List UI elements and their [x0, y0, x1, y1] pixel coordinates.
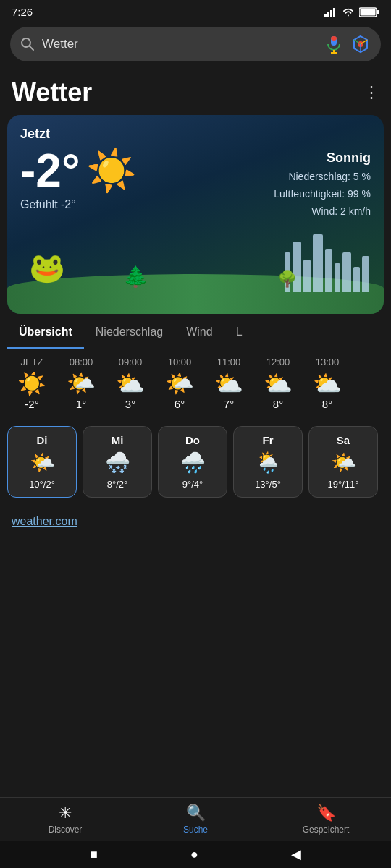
- tabs-container: Übersicht Niederschlag Wind L: [0, 315, 391, 349]
- humidity-detail: Luftfeuchtigkeit: 99 %: [274, 186, 371, 203]
- tab-overview[interactable]: Übersicht: [7, 315, 84, 349]
- hourly-time-label: 08:00: [56, 357, 106, 372]
- temperature: -2°: [20, 148, 80, 194]
- microphone-icon[interactable]: [324, 35, 343, 54]
- daily-day-label: Fr: [263, 434, 274, 446]
- svg-line-8: [30, 46, 33, 50]
- hourly-item[interactable]: 🌤️ 6°: [155, 372, 204, 410]
- hourly-weather-icon: 🌤️: [165, 372, 194, 395]
- nav-label: Discover: [49, 825, 83, 835]
- hourly-icons-row: ☀️ -2° 🌤️ 1° ⛅ 3° 🌤️ 6° ⛅ 7° ⛅ 8° ⛅ 8°: [0, 372, 391, 410]
- hourly-item[interactable]: 🌤️ 1°: [56, 372, 106, 410]
- android-back-button[interactable]: ◀: [291, 846, 301, 862]
- source-link-container: weather.com: [0, 505, 391, 532]
- daily-forecast-card[interactable]: Mi 🌨️ 8°/2°: [83, 426, 152, 498]
- svg-rect-6: [361, 9, 376, 15]
- hourly-weather-icon: ☀️: [17, 372, 46, 395]
- daily-weather-icon: 🌤️: [30, 451, 55, 475]
- status-icons: [324, 7, 379, 17]
- hourly-weather-icon: ⛅: [264, 372, 293, 395]
- hourly-weather-icon: 🌤️: [67, 372, 96, 395]
- svg-rect-0: [324, 14, 327, 17]
- nav-item-gespeichert[interactable]: 🔖 Gespeichert: [300, 804, 351, 835]
- tree-icon: 🌲: [123, 265, 148, 289]
- temp-section: -2° ☀️ Gefühlt -2°: [20, 148, 137, 211]
- svg-rect-10: [331, 36, 337, 41]
- daily-forecast-card[interactable]: Sa 🌤️ 19°/11°: [308, 426, 378, 498]
- precipitation-detail: Niederschlag: 5 %: [274, 169, 371, 186]
- hourly-temp: 7°: [224, 398, 234, 410]
- hourly-item[interactable]: ⛅ 3°: [106, 372, 155, 410]
- feels-like: Gefühlt -2°: [20, 198, 137, 211]
- frog-icon: 🐸: [29, 251, 65, 285]
- hourly-item[interactable]: ⛅ 8°: [253, 372, 303, 410]
- nav-icon: 🔖: [316, 804, 336, 822]
- hourly-temp: -2°: [25, 398, 38, 410]
- daily-temps: 8°/2°: [107, 479, 127, 490]
- condition-label: Sonnig: [274, 150, 371, 166]
- hourly-time-label: 10:00: [155, 357, 204, 372]
- hourly-temp: 8°: [322, 398, 332, 410]
- svg-rect-5: [377, 10, 379, 14]
- hourly-temp: 3°: [125, 398, 135, 410]
- hourly-weather-icon: ⛅: [313, 372, 342, 395]
- header-row: Wetter ⋮: [0, 69, 391, 111]
- tab-wind[interactable]: Wind: [175, 315, 224, 349]
- svg-rect-3: [333, 8, 335, 17]
- hourly-weather-icon: ⛅: [116, 372, 145, 395]
- tabs-row: Übersicht Niederschlag Wind L: [0, 315, 391, 349]
- hourly-temp: 6°: [175, 398, 185, 410]
- now-label: Jetzt: [20, 127, 371, 142]
- nav-item-suche[interactable]: 🔍 Suche: [170, 804, 221, 835]
- hourly-section: JETZ08:0009:0010:0011:0012:0013:00 ☀️ -2…: [0, 349, 391, 417]
- svg-rect-1: [327, 12, 329, 17]
- hourly-item[interactable]: ☀️ -2°: [7, 372, 56, 410]
- signal-icon: [324, 7, 337, 17]
- source-link[interactable]: weather.com: [12, 515, 77, 527]
- daily-weather-icon: 🌤️: [331, 451, 356, 475]
- battery-icon: [359, 7, 379, 17]
- more-button[interactable]: ⋮: [363, 83, 379, 102]
- hourly-time-label: JETZ: [7, 357, 56, 372]
- hourly-item[interactable]: ⛅ 8°: [303, 372, 352, 410]
- lens-icon[interactable]: [350, 34, 371, 54]
- search-bar[interactable]: Wetter: [10, 27, 381, 61]
- android-home-button[interactable]: ●: [190, 847, 198, 862]
- daily-section: Di 🌤️ 10°/2° Mi 🌨️ 8°/2° Do 🌧️ 9°/4° Fr …: [0, 417, 391, 505]
- daily-weather-icon: 🌧️: [180, 451, 206, 475]
- nav-icon: ✳: [59, 804, 72, 822]
- bottom-nav: ✳ Discover 🔍 Suche 🔖 Gespeichert: [0, 797, 391, 839]
- condition-icon: ☀️: [86, 150, 137, 191]
- daily-forecast-card[interactable]: Fr 🌦️ 13°/5°: [233, 426, 303, 498]
- daily-row: Di 🌤️ 10°/2° Mi 🌨️ 8°/2° Do 🌧️ 9°/4° Fr …: [7, 426, 384, 498]
- daily-forecast-card[interactable]: Do 🌧️ 9°/4°: [158, 426, 227, 498]
- search-icon: [20, 37, 35, 51]
- nav-icon: 🔍: [186, 804, 206, 822]
- city-buildings: [285, 234, 369, 292]
- hourly-weather-icon: ⛅: [214, 372, 243, 395]
- android-nav: ■ ● ◀: [0, 841, 391, 868]
- search-query: Wetter: [42, 37, 317, 51]
- hourly-item[interactable]: ⛅ 7°: [204, 372, 253, 410]
- wifi-icon: [342, 7, 355, 17]
- svg-point-7: [22, 38, 30, 47]
- daily-temps: 10°/2°: [29, 479, 55, 490]
- nav-label: Gespeichert: [303, 825, 350, 835]
- search-bar-container: Wetter: [0, 21, 391, 69]
- status-bar: 7:26: [0, 0, 391, 21]
- tab-more[interactable]: L: [224, 315, 254, 349]
- wind-detail: Wind: 2 km/h: [274, 203, 371, 221]
- hourly-time-label: 09:00: [106, 357, 155, 372]
- daily-forecast-card[interactable]: Di 🌤️ 10°/2°: [7, 426, 77, 498]
- status-time: 7:26: [12, 6, 33, 18]
- nav-item-discover[interactable]: ✳ Discover: [40, 804, 91, 835]
- svg-rect-2: [330, 10, 332, 17]
- tree-icon-2: 🌳: [277, 270, 297, 289]
- weather-details: Sonnig Niederschlag: 5 % Luftfeuchtigkei…: [274, 148, 371, 220]
- hourly-temp: 1°: [76, 398, 86, 410]
- android-recent-button[interactable]: ■: [90, 847, 98, 862]
- hourly-time-label: 11:00: [204, 357, 253, 372]
- daily-day-label: Di: [37, 434, 48, 446]
- tab-precipitation[interactable]: Niederschlag: [84, 315, 175, 349]
- daily-temps: 13°/5°: [255, 479, 281, 490]
